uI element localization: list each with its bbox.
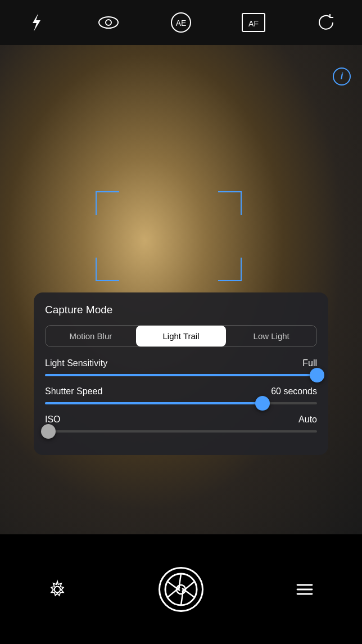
capture-panel: Capture Mode Motion Blur Light Trail Low…: [34, 292, 328, 455]
iso-row: ISO Auto: [45, 415, 317, 433]
svg-line-11: [181, 589, 183, 605]
viewfinder: i Capture Mode Motion Blur Light Trail L…: [0, 45, 362, 534]
light-sensitivity-header: Light Sensitivity Full: [45, 358, 317, 368]
shutter-speed-track[interactable]: [45, 402, 317, 404]
light-sensitivity-fill: [45, 374, 317, 376]
settings-button[interactable]: [43, 575, 71, 604]
light-sensitivity-thumb[interactable]: [310, 368, 324, 382]
iso-track[interactable]: [45, 430, 317, 433]
shutter-speed-header: Shutter Speed 60 seconds: [45, 386, 317, 397]
svg-point-6: [55, 586, 61, 592]
svg-text:AF: AF: [248, 19, 259, 28]
tab-motion-blur[interactable]: Motion Blur: [46, 326, 136, 346]
iso-label: ISO: [45, 415, 61, 425]
refresh-icon[interactable]: [314, 10, 338, 35]
top-toolbar: AE AF: [0, 0, 362, 45]
svg-text:AE: AE: [176, 19, 187, 28]
shutter-speed-thumb[interactable]: [255, 396, 270, 411]
iso-value: Auto: [298, 415, 317, 425]
iso-header: ISO Auto: [45, 415, 317, 425]
panel-title: Capture Mode: [45, 304, 317, 316]
shutter-speed-fill: [45, 402, 263, 404]
viewfinder-background: [0, 45, 362, 534]
light-sensitivity-track[interactable]: [45, 374, 317, 376]
flash-icon[interactable]: [24, 10, 48, 35]
light-sensitivity-value: Full: [302, 358, 317, 368]
mode-tabs: Motion Blur Light Trail Low Light: [45, 325, 317, 347]
tab-light-trail[interactable]: Light Trail: [136, 326, 227, 346]
svg-point-0: [99, 17, 118, 28]
light-sensitivity-label: Light Sensitivity: [45, 358, 107, 368]
menu-button[interactable]: [291, 575, 319, 604]
focus-frame-bottom: [96, 191, 242, 281]
af-icon[interactable]: AF: [241, 10, 266, 35]
shutter-speed-row: Shutter Speed 60 seconds: [45, 386, 317, 404]
info-button[interactable]: i: [333, 67, 351, 85]
tab-low-light[interactable]: Low Light: [226, 326, 316, 346]
shutter-button[interactable]: [159, 567, 203, 612]
eye-icon[interactable]: [96, 10, 121, 35]
svg-point-1: [106, 20, 111, 25]
iso-thumb[interactable]: [41, 424, 56, 439]
light-sensitivity-row: Light Sensitivity Full: [45, 358, 317, 376]
ae-icon[interactable]: AE: [169, 10, 193, 35]
shutter-speed-label: Shutter Speed: [45, 386, 102, 397]
shutter-speed-value: 60 seconds: [271, 386, 317, 397]
bottom-toolbar: [0, 534, 362, 644]
